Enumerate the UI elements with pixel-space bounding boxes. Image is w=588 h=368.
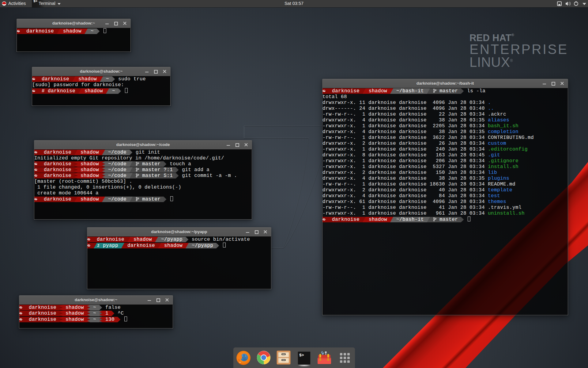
svg-text:$>: $>	[299, 353, 304, 358]
